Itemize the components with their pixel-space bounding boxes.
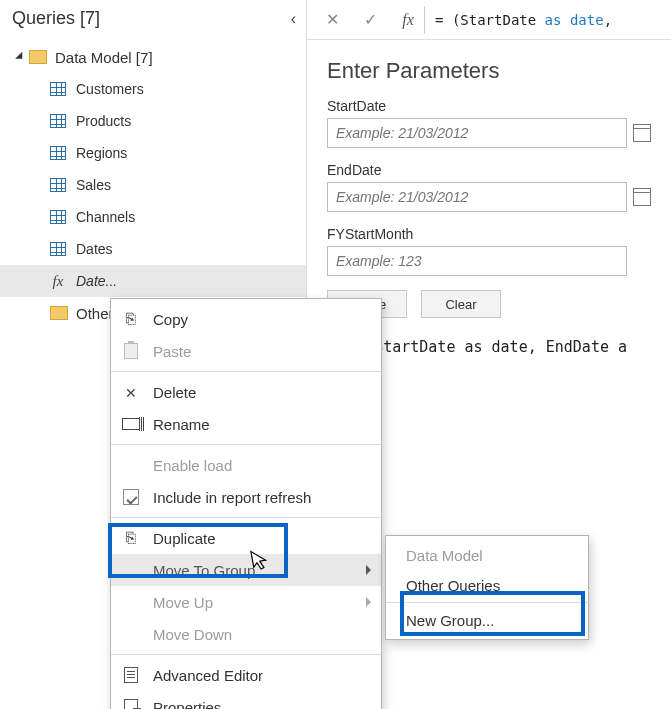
menu-advanced-editor[interactable]: Advanced Editor bbox=[111, 659, 381, 691]
menu-enable-load[interactable]: Enable load bbox=[111, 449, 381, 481]
tree-item-sales[interactable]: Sales bbox=[0, 169, 306, 201]
checkbox-icon bbox=[121, 487, 141, 507]
menu-move-to-group[interactable]: Move To Group bbox=[111, 554, 381, 586]
enddate-label: EndDate bbox=[327, 162, 651, 178]
menu-copy[interactable]: Copy bbox=[111, 303, 381, 335]
tree-item-channels[interactable]: Channels bbox=[0, 201, 306, 233]
chevron-right-icon bbox=[366, 597, 371, 607]
query-label: Customers bbox=[76, 81, 144, 97]
menu-label: Delete bbox=[153, 384, 196, 401]
rename-icon bbox=[121, 414, 141, 434]
query-label: Dates bbox=[76, 241, 113, 257]
fx-icon: fx bbox=[50, 273, 66, 290]
menu-move-up: Move Up bbox=[111, 586, 381, 618]
query-context-menu: Copy Paste Delete Rename Enable load Inc… bbox=[110, 298, 382, 709]
queries-tree: Data Model [7] Customers Products Region… bbox=[0, 37, 306, 329]
startdate-label: StartDate bbox=[327, 98, 651, 114]
menu-separator bbox=[111, 517, 381, 518]
caret-down-icon bbox=[15, 52, 26, 63]
menu-label: Move Down bbox=[153, 626, 232, 643]
menu-properties[interactable]: Properties... bbox=[111, 691, 381, 709]
copy-icon bbox=[121, 309, 141, 329]
queries-title: Queries [7] bbox=[12, 8, 100, 29]
duplicate-icon bbox=[121, 528, 141, 548]
query-label: Regions bbox=[76, 145, 127, 161]
formula-ident: StartDate bbox=[460, 12, 536, 28]
properties-icon bbox=[121, 697, 141, 709]
folder-label: Data Model [7] bbox=[55, 49, 153, 66]
menu-move-down: Move Down bbox=[111, 618, 381, 650]
queries-header: Queries [7] ‹ bbox=[0, 0, 306, 37]
submenu-other-queries[interactable]: Other Queries bbox=[386, 570, 588, 600]
document-icon bbox=[121, 665, 141, 685]
field-fystartmonth: FYStartMonth bbox=[327, 226, 651, 276]
cancel-formula-button[interactable]: ✕ bbox=[315, 6, 349, 34]
paste-icon bbox=[121, 341, 141, 361]
query-label: Products bbox=[76, 113, 131, 129]
menu-separator bbox=[111, 371, 381, 372]
tree-folder-data-model[interactable]: Data Model [7] bbox=[0, 41, 306, 73]
submenu-label: Other Queries bbox=[406, 577, 500, 594]
table-icon bbox=[50, 242, 66, 256]
formula-tail: , bbox=[604, 12, 612, 28]
menu-include-in-refresh[interactable]: Include in report refresh bbox=[111, 481, 381, 513]
folder-icon bbox=[29, 50, 47, 64]
formula-kw-as: as bbox=[545, 12, 562, 28]
startdate-input[interactable] bbox=[327, 118, 627, 148]
table-icon bbox=[50, 146, 66, 160]
table-icon bbox=[50, 210, 66, 224]
delete-icon bbox=[121, 382, 141, 402]
menu-label: Advanced Editor bbox=[153, 667, 263, 684]
fx-button[interactable]: fx bbox=[391, 6, 425, 34]
submenu-label: Data Model bbox=[406, 547, 483, 564]
table-icon bbox=[50, 178, 66, 192]
submenu-new-group[interactable]: New Group... bbox=[386, 605, 588, 635]
menu-label: Paste bbox=[153, 343, 191, 360]
submenu-label: New Group... bbox=[406, 612, 494, 629]
move-to-group-submenu: Data Model Other Queries New Group... bbox=[385, 535, 589, 640]
collapse-panel-button[interactable]: ‹ bbox=[291, 10, 296, 28]
table-icon bbox=[50, 114, 66, 128]
query-label: Sales bbox=[76, 177, 111, 193]
menu-label: Rename bbox=[153, 416, 210, 433]
submenu-data-model[interactable]: Data Model bbox=[386, 540, 588, 570]
field-startdate: StartDate bbox=[327, 98, 651, 148]
menu-label: Enable load bbox=[153, 457, 232, 474]
query-label: Date... bbox=[76, 273, 117, 289]
chevron-right-icon bbox=[366, 565, 371, 575]
fystartmonth-label: FYStartMonth bbox=[327, 226, 651, 242]
clear-button[interactable]: Clear bbox=[421, 290, 501, 318]
menu-separator bbox=[111, 654, 381, 655]
menu-paste: Paste bbox=[111, 335, 381, 367]
menu-label: Copy bbox=[153, 311, 188, 328]
folder-label: Other bbox=[76, 305, 114, 322]
folder-icon bbox=[50, 306, 68, 320]
calendar-icon[interactable] bbox=[633, 188, 651, 206]
menu-label: Include in report refresh bbox=[153, 489, 311, 506]
table-icon bbox=[50, 82, 66, 96]
enddate-input[interactable] bbox=[327, 182, 627, 212]
formula-eq: = bbox=[435, 12, 443, 28]
fystartmonth-input[interactable] bbox=[327, 246, 627, 276]
query-label: Channels bbox=[76, 209, 135, 225]
menu-separator bbox=[386, 602, 588, 603]
tree-item-products[interactable]: Products bbox=[0, 105, 306, 137]
field-enddate: EndDate bbox=[327, 162, 651, 212]
parameters-title: Enter Parameters bbox=[327, 58, 651, 84]
formula-bar: ✕ ✓ fx = (StartDate as date, bbox=[307, 0, 671, 40]
calendar-icon[interactable] bbox=[633, 124, 651, 142]
tree-item-dates[interactable]: Dates bbox=[0, 233, 306, 265]
commit-formula-button[interactable]: ✓ bbox=[353, 6, 387, 34]
menu-separator bbox=[111, 444, 381, 445]
tree-item-regions[interactable]: Regions bbox=[0, 137, 306, 169]
menu-label: Move To Group bbox=[153, 562, 255, 579]
formula-kw-date: date bbox=[570, 12, 604, 28]
menu-delete[interactable]: Delete bbox=[111, 376, 381, 408]
tree-item-date-function[interactable]: fx Date... bbox=[0, 265, 306, 297]
tree-item-customers[interactable]: Customers bbox=[0, 73, 306, 105]
menu-duplicate[interactable]: Duplicate bbox=[111, 522, 381, 554]
menu-label: Move Up bbox=[153, 594, 213, 611]
menu-label: Properties... bbox=[153, 699, 234, 710]
formula-text[interactable]: = (StartDate as date, bbox=[435, 12, 612, 28]
menu-rename[interactable]: Rename bbox=[111, 408, 381, 440]
